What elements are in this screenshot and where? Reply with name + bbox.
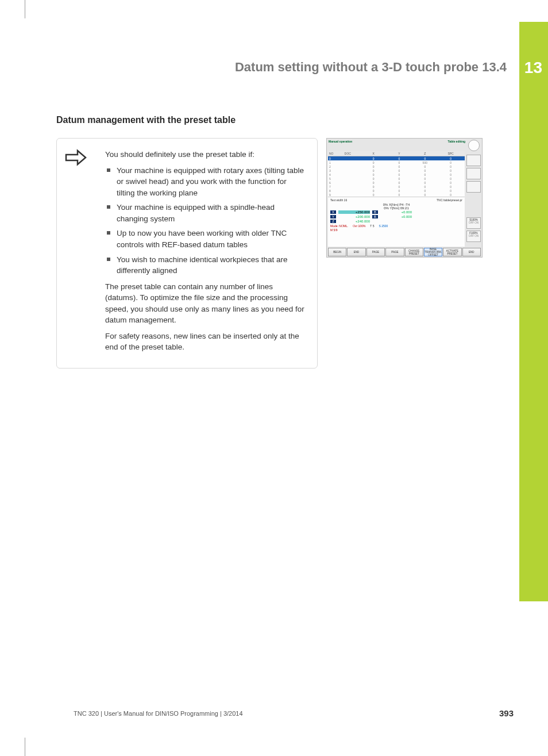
sk-begin[interactable]: BEGIN (328, 248, 346, 256)
sk-activate-preset[interactable]: ACTIVATE PRESET (443, 248, 461, 256)
col-x: X (361, 152, 387, 155)
sc-softkey-row: BEGIN END PAGE PAGE CHANGE PRESET BASE T… (328, 248, 481, 256)
clock-icon (468, 140, 480, 151)
sc-s100-btn[interactable]: S100% OFF ON (466, 217, 481, 229)
sc-t: T 5 (370, 224, 374, 228)
table-row[interactable]: 30000 (328, 168, 465, 172)
chapter-number: 13 (524, 59, 542, 77)
sc-file-path: TNC:\table\preset.pr (437, 198, 462, 202)
sc-text-width: Text width 16 (330, 198, 347, 202)
sc-m: M 5/9 (330, 228, 338, 232)
cnc-screenshot: Manual operation Table editing NO DOC X … (326, 138, 483, 258)
col-doc: DOC (335, 152, 361, 155)
list-item: Your machine is equipped with a spindle-… (105, 202, 306, 224)
sc-mode-right-label: Table editing (448, 140, 465, 143)
table-row[interactable]: 90000 (328, 193, 465, 197)
sc-main-area: NO DOC X Y Z SPC 00000100500020000300004… (328, 151, 465, 247)
arrow-right-icon (65, 149, 88, 168)
sc-f100-btn[interactable]: F100% OFF ON (466, 231, 481, 242)
crop-mark-top (20, 0, 25, 18)
info-para: For safety reasons, new lines can be ins… (105, 331, 306, 353)
sk-end2[interactable]: END (462, 248, 481, 256)
info-para: The preset table can contain any number … (105, 281, 306, 326)
page-content: Datum management with the preset table Y… (56, 115, 487, 369)
sc-right-btn[interactable] (466, 168, 481, 179)
sc-right-btn[interactable] (466, 181, 481, 193)
crop-mark-bottom (20, 738, 25, 756)
subheading: Datum management with the preset table (56, 115, 487, 125)
sk-base-transform[interactable]: BASE TRANSFORM. OFFSET (424, 248, 442, 256)
section-header: Datum setting without a 3-D touch probe … (235, 60, 507, 75)
list-item: You wish to machine identical workpieces… (105, 254, 306, 277)
col-z: Z (412, 152, 438, 155)
table-row[interactable]: 70000 (328, 185, 465, 189)
list-item: Up to now you have been working with old… (105, 228, 306, 250)
sc-mode: Mode: NOML. (330, 224, 348, 228)
sc-axis-row: X+250.000B+0.000 (328, 210, 465, 214)
sk-change-preset[interactable]: CHANGE PRESET (405, 248, 423, 256)
info-list: Your machine is equipped with rotary axe… (105, 165, 306, 277)
col-spc: SPC (438, 152, 464, 155)
table-row[interactable]: 80000 (328, 189, 465, 193)
chapter-tab: 13 (519, 22, 548, 601)
col-no: NO (329, 152, 335, 155)
sk-end[interactable]: END (347, 248, 365, 256)
sc-axis-row: Z+240.000 (328, 219, 465, 224)
page-number: 393 (499, 708, 514, 718)
table-row[interactable]: 40000 (328, 172, 465, 176)
sc-axis-row: Y+200.000B+0.000 (328, 214, 465, 219)
sk-page-down[interactable]: PAGE (385, 248, 404, 256)
info-intro: You should definitely use the preset tab… (105, 149, 306, 160)
list-item: Your machine is equipped with rotary axe… (105, 165, 306, 199)
sk-page-up[interactable]: PAGE (366, 248, 385, 256)
sc-s: S 2500 (379, 224, 388, 228)
table-row[interactable]: 50000 (328, 176, 465, 181)
sc-doc-line: Text width 16 TNC:\table\preset.pr (328, 197, 465, 203)
sc-table-header: NO DOC X Y Z SPC (328, 151, 465, 156)
sc-right-panel: S100% OFF ON F100% OFF ON (466, 155, 481, 247)
table-row[interactable]: 1005000 (328, 160, 465, 164)
sc-right-btn[interactable] (466, 155, 481, 166)
sc-mode-label: Manual operation (329, 140, 352, 143)
footer-text: TNC 320 | User's Manual for DIN/ISO Prog… (74, 710, 243, 717)
col-y: Y (387, 152, 412, 155)
info-box: You should definitely use the preset tab… (56, 138, 318, 369)
info-body: You should definitely use the preset tab… (105, 149, 306, 353)
table-row[interactable]: 60000 (328, 181, 465, 185)
table-row[interactable]: 00000 (328, 156, 465, 160)
sc-ovr: Ovr 100% (353, 224, 365, 228)
table-row[interactable]: 20000 (328, 164, 465, 168)
